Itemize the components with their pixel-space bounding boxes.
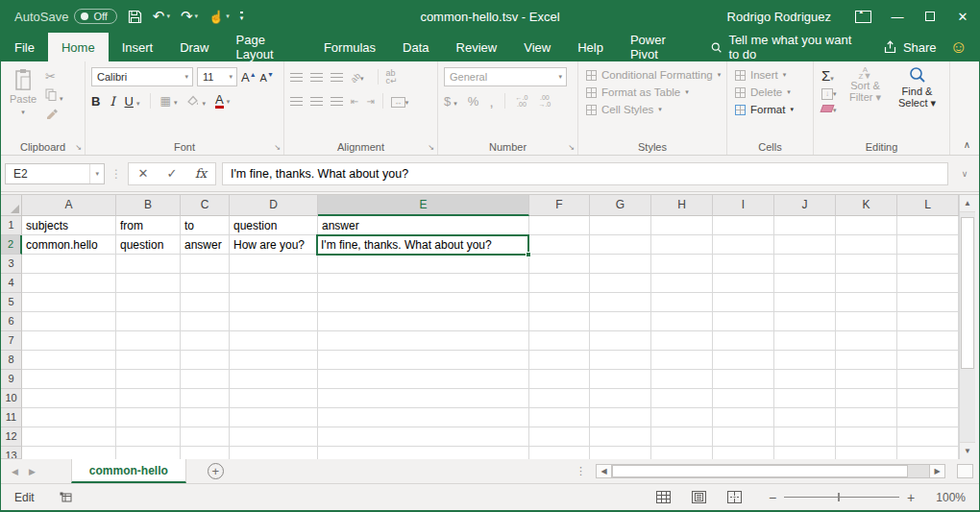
fill-color-dropdown-icon[interactable]: ▾ [202, 100, 206, 107]
expand-formula-bar-button[interactable]: ∨ [954, 169, 975, 179]
minimize-button[interactable]: — [881, 0, 914, 33]
insert-function-button[interactable]: fx [186, 166, 215, 181]
increase-indent-button[interactable]: ⇥ [366, 96, 374, 107]
italic-button[interactable]: I [110, 94, 114, 109]
bold-button[interactable]: B [91, 94, 100, 109]
orientation-button[interactable]: ab▾ [351, 71, 364, 83]
align-left-button[interactable] [290, 97, 303, 106]
row-header-11[interactable]: 11 [1, 408, 22, 427]
maximize-button[interactable] [914, 0, 946, 33]
cell-e1[interactable]: answer [318, 216, 526, 235]
sheet-tab-common-hello[interactable]: common-hello [71, 459, 186, 483]
percent-format-button[interactable]: % [468, 94, 479, 109]
column-header-i[interactable]: I [713, 195, 774, 216]
fill-color-button[interactable]: ▾ [186, 94, 206, 108]
font-size-combo[interactable]: 11▾ [197, 67, 237, 86]
cell-b1[interactable]: from [116, 216, 177, 235]
tab-file[interactable]: File [1, 33, 48, 61]
name-box-dropdown-icon[interactable]: ▾ [89, 164, 104, 183]
zoom-in-button[interactable]: + [907, 491, 915, 504]
column-header-l[interactable]: L [897, 195, 959, 216]
macro-record-button[interactable] [60, 492, 72, 502]
sheet-nav-left-arrow[interactable]: ◀ [1, 467, 29, 476]
align-top-button[interactable] [290, 73, 303, 82]
align-middle-button[interactable] [310, 73, 323, 82]
scroll-down-arrow[interactable]: ▼ [960, 442, 975, 459]
borders-dropdown-icon[interactable]: ▾ [174, 99, 178, 106]
save-button[interactable] [128, 10, 142, 24]
tab-power-pivot[interactable]: Power Pivot [617, 33, 701, 61]
new-sheet-button[interactable]: + [208, 463, 224, 479]
vertical-scrollbar[interactable]: ▲ ▼ [959, 195, 975, 459]
formula-input[interactable]: I'm fine, thanks. What about you? [222, 162, 948, 185]
zoom-out-button[interactable]: − [769, 491, 776, 504]
row-header-12[interactable]: 12 [1, 427, 22, 447]
formula-bar-splitter[interactable]: ⋮ [110, 167, 122, 181]
column-header-e[interactable]: E [318, 195, 529, 216]
tab-page-layout[interactable]: Page Layout [223, 33, 310, 61]
row-header-2[interactable]: 2 [1, 235, 22, 255]
tab-review[interactable]: Review [443, 33, 511, 61]
clipboard-dialog-launcher[interactable]: ↘ [75, 144, 82, 152]
zoom-slider[interactable]: − + [769, 491, 915, 504]
horizontal-scrollbar[interactable] [612, 464, 929, 478]
borders-button[interactable]: ▦ ▾ [160, 94, 178, 108]
sort-filter-button[interactable]: AZ▼ Sort & Filter ▾ [843, 66, 889, 114]
zoom-level-button[interactable]: 100% [936, 491, 966, 504]
cell-styles-button[interactable]: Cell Styles▾ [586, 101, 723, 118]
format-painter-button[interactable] [45, 108, 63, 121]
comma-format-button[interactable]: , [489, 93, 493, 110]
underline-dropdown-icon[interactable]: ▾ [136, 100, 140, 107]
merge-center-button[interactable]: ↔▾ [391, 95, 409, 108]
tab-scrollbar-splitter[interactable]: ⋮ [576, 465, 586, 477]
tab-data[interactable]: Data [389, 33, 442, 61]
column-header-j[interactable]: J [774, 195, 836, 216]
font-color-button[interactable]: A ▾ [215, 94, 230, 109]
row-header-3[interactable]: 3 [1, 255, 22, 274]
touch-mode-button[interactable]: ☝▾ [208, 10, 230, 24]
close-button[interactable]: ✕ [946, 0, 979, 33]
cell-c1[interactable]: to [181, 216, 226, 235]
clear-button[interactable]: ▾ [821, 103, 837, 114]
increase-decimal-button[interactable]: ←.0.00 [516, 94, 528, 108]
decrease-font-size-button[interactable]: A▼ [260, 71, 274, 84]
tab-draw[interactable]: Draw [166, 33, 222, 61]
scroll-up-arrow[interactable]: ▲ [960, 195, 975, 212]
touch-dropdown-icon[interactable]: ▾ [226, 12, 230, 20]
font-dialog-launcher[interactable]: ↘ [274, 144, 281, 152]
wrap-text-button[interactable]: abc↵ [386, 69, 398, 85]
vertical-scroll-thumb[interactable] [961, 217, 974, 369]
format-cells-button[interactable]: Format▾ [735, 101, 809, 118]
number-dialog-launcher[interactable]: ↘ [568, 144, 575, 152]
cell-d1[interactable]: question [230, 216, 314, 235]
row-header-13[interactable]: 13 [1, 447, 22, 459]
tab-help[interactable]: Help [564, 33, 617, 61]
share-button[interactable]: Share [871, 33, 948, 61]
row-header-4[interactable]: 4 [1, 274, 22, 293]
cell-a2[interactable]: common.hello [22, 235, 112, 255]
align-right-button[interactable] [331, 97, 343, 106]
fill-handle[interactable] [526, 252, 531, 257]
page-break-preview-button[interactable] [727, 491, 742, 503]
tab-insert[interactable]: Insert [109, 33, 167, 61]
autosave-toggle[interactable]: AutoSave Off [14, 9, 117, 24]
customize-qat-button[interactable]: ▾ [240, 12, 244, 22]
copy-dropdown-icon[interactable]: ▾ [60, 95, 63, 102]
row-header-1[interactable]: 1 [1, 216, 22, 235]
column-header-b[interactable]: B [116, 195, 181, 216]
align-center-button[interactable] [310, 97, 323, 106]
fill-button[interactable]: ↓▾ [821, 86, 837, 100]
conditional-formatting-button[interactable]: Conditional Formatting▾ [586, 66, 723, 84]
autosum-button[interactable]: Σ▾ [821, 67, 834, 84]
column-header-h[interactable]: H [651, 195, 713, 216]
column-header-a[interactable]: A [22, 195, 116, 216]
horizontal-scroll-thumb[interactable] [612, 465, 908, 477]
cancel-button[interactable]: ✕ [129, 166, 158, 181]
merge-dropdown-icon[interactable]: ▾ [405, 99, 409, 106]
cell-b2[interactable]: question [116, 235, 177, 255]
column-header-k[interactable]: K [836, 195, 897, 216]
paste-button[interactable]: Paste ▾ [7, 66, 39, 116]
format-as-table-button[interactable]: Format as Table▾ [586, 84, 723, 101]
redo-button[interactable]: ↷▾ [181, 8, 198, 25]
alignment-dialog-launcher[interactable]: ↘ [428, 144, 434, 152]
